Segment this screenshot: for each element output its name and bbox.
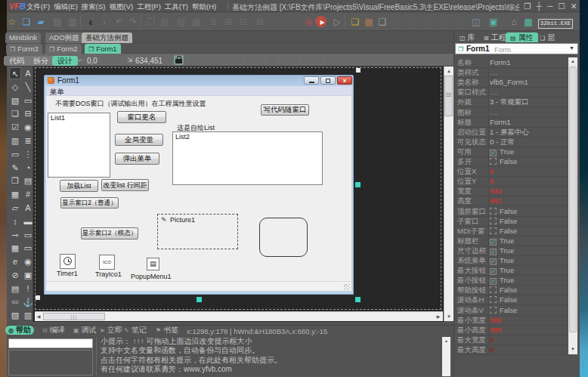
menu-7[interactable]: 帮助(H) [192, 2, 216, 12]
add-icon[interactable]: ⊞ [222, 16, 234, 28]
property-row-可用[interactable]: 可用✓True [454, 147, 568, 157]
help-list-box[interactable] [8, 350, 93, 375]
tool1-icon[interactable]: □ [391, 16, 404, 28]
property-row-最小按钮[interactable]: 最小按钮✓True [454, 275, 568, 286]
lock-icon[interactable] [174, 55, 184, 65]
property-checkbox[interactable] [490, 218, 497, 224]
design-mode-2[interactable]: 拆分 [28, 56, 54, 66]
property-row-名称[interactable]: 名称Form1 [454, 57, 568, 68]
property-value[interactable]: Form1 [490, 117, 510, 127]
show-window-normal-button[interactable]: 显示窗口2（普通） [60, 197, 119, 209]
property-row-系统菜单[interactable]: 系统菜单✓True [454, 255, 568, 266]
project-tab-2[interactable]: ADO例题 [45, 32, 83, 43]
ie-tool-icon[interactable]: e [9, 255, 21, 267]
form-tab-form1[interactable]: ❐Form1 [85, 44, 121, 54]
property-checkbox[interactable] [490, 208, 497, 215]
property-row-尺寸边框[interactable]: 尺寸边框✓True [454, 246, 568, 256]
property-value[interactable]: .... [490, 67, 498, 77]
selector-caret-icon[interactable]: ▼ [569, 45, 574, 51]
property-checkbox[interactable]: ✓ [490, 150, 497, 156]
pin-icon[interactable]: ┼ [536, 2, 541, 11]
help-scroll-up[interactable]: ▲ [443, 338, 450, 345]
property-value[interactable]: 3 - 常规窗口 [490, 97, 529, 107]
key-tool-icon[interactable]: ⊸ [9, 229, 21, 241]
property-row-标题栏[interactable]: 标题栏✓True [454, 236, 568, 246]
menu-4[interactable]: 视图(V) [109, 2, 133, 12]
property-value[interactable]: ✓True [490, 236, 514, 246]
radio-tool-icon[interactable]: ◉ [22, 121, 34, 133]
label-tool-icon[interactable]: A [22, 67, 34, 79]
property-row-宽度[interactable]: 宽度634 [454, 186, 568, 196]
rounded-rect-shape[interactable] [259, 218, 308, 257]
property-row-最大高度[interactable]: 最大高度0 [454, 345, 568, 355]
timer1-box[interactable] [60, 254, 76, 269]
property-value[interactable]: Form1 [490, 57, 510, 67]
load-list-button[interactable]: 加载List [60, 180, 98, 192]
property-value[interactable]: False [490, 206, 517, 216]
rename-window-button[interactable]: 窗口更名 [117, 111, 166, 123]
property-checkbox[interactable] [490, 307, 497, 314]
properties-selector[interactable]: ❐ Form1 Form ▼ [455, 43, 578, 54]
property-row-标题[interactable]: 标题Form1 [454, 117, 568, 128]
panel-icon[interactable]: ◫ [470, 16, 482, 28]
line-spacing-button[interactable]: 改变list 行间距 [101, 179, 149, 191]
property-row-位置X[interactable]: 位置X0 [454, 166, 568, 177]
maximize-icon[interactable]: ☐ [558, 2, 565, 11]
menu-6[interactable]: 工具(T) [165, 2, 188, 12]
form-handle-right[interactable] [355, 182, 361, 187]
pen-tool-icon[interactable]: ✎ [9, 162, 21, 174]
property-value[interactable]: ✓True [490, 275, 514, 285]
property-row-最小高度[interactable]: 最小高度300 [454, 325, 568, 335]
property-checkbox[interactable] [490, 286, 497, 293]
property-value[interactable]: vfb5_Form1 [490, 77, 528, 87]
property-row-最小宽度[interactable]: 最小宽度300 [454, 315, 568, 326]
minimize-icon[interactable]: ─ [547, 2, 552, 11]
form-handle-corner[interactable] [355, 297, 361, 302]
progress-tool-icon[interactable]: ▬ [22, 215, 34, 227]
property-value[interactable]: False [490, 216, 517, 226]
property-checkbox[interactable] [490, 227, 497, 234]
property-row-启动位置[interactable]: 启动位置1 - 屏幕中心 [454, 127, 568, 138]
image-icon[interactable]: ▦ [363, 16, 375, 28]
document-tool-icon[interactable]: ▤ [22, 175, 34, 187]
project-tab-1[interactable]: Miniblink [5, 32, 41, 43]
property-value[interactable]: False [490, 285, 517, 295]
list-icon[interactable]: ≣ [207, 16, 219, 28]
paste-icon[interactable]: ▧ [159, 16, 171, 28]
property-value[interactable]: 0 [490, 176, 494, 186]
property-value[interactable]: False [490, 295, 517, 304]
property-checkbox[interactable]: ✓ [490, 239, 497, 246]
marquee-handle-left[interactable] [36, 295, 40, 300]
indent-icon[interactable]: ▤ [175, 16, 187, 28]
property-row-外观[interactable]: 外观3 - 常规窗口 [454, 97, 568, 107]
checkbox-tool-icon[interactable]: ☑ [9, 121, 21, 133]
property-row-位置Y[interactable]: 位置Y0 [454, 176, 568, 187]
form-minimize-button[interactable] [304, 76, 319, 85]
redo-icon[interactable]: ↷ [127, 16, 139, 28]
property-checkbox[interactable] [490, 296, 497, 303]
property-row-窗口样式[interactable]: 窗口样式.... [454, 87, 568, 97]
tool3-icon[interactable]: □ [422, 16, 434, 28]
show-window-modal-button[interactable]: 显示窗口2（模态） [81, 227, 138, 239]
property-value[interactable]: 0 - 正常 [490, 137, 515, 147]
property-checkbox[interactable]: ✓ [490, 258, 497, 265]
menu-3[interactable]: 搜索(S) [82, 2, 106, 12]
vscroll-down-arrow[interactable]: ▼ [444, 313, 453, 320]
chart-tool-icon[interactable]: # [22, 188, 34, 200]
updown-tool-icon[interactable]: ↕ [9, 215, 21, 227]
property-row-滚动条V[interactable]: 滚动条VFalse [454, 305, 568, 316]
close-icon[interactable]: ✕ [571, 2, 577, 11]
favorites-star-icon[interactable]: ☆ [6, 16, 18, 28]
property-row-最大按钮[interactable]: 最大按钮✓True [454, 265, 568, 276]
button-tool-icon[interactable]: ▭ [22, 94, 34, 107]
chrome-tool-icon[interactable]: ◉ [22, 255, 34, 267]
property-value[interactable]: 0 [490, 335, 494, 345]
save-icon[interactable]: ▤ [51, 16, 63, 28]
line-tool-icon[interactable]: ╲ [22, 81, 34, 93]
calendar-tool-icon[interactable]: ▦ [9, 242, 21, 254]
status-tab-6[interactable]: ⚑书签 [153, 326, 181, 335]
props-scroll-up[interactable]: ▲ [569, 58, 577, 65]
toggle-tool-icon[interactable]: ▭ [22, 242, 34, 254]
properties-tab-3[interactable]: ▤属性 [506, 32, 538, 42]
listview-tool-icon[interactable]: ▥ [9, 134, 21, 147]
